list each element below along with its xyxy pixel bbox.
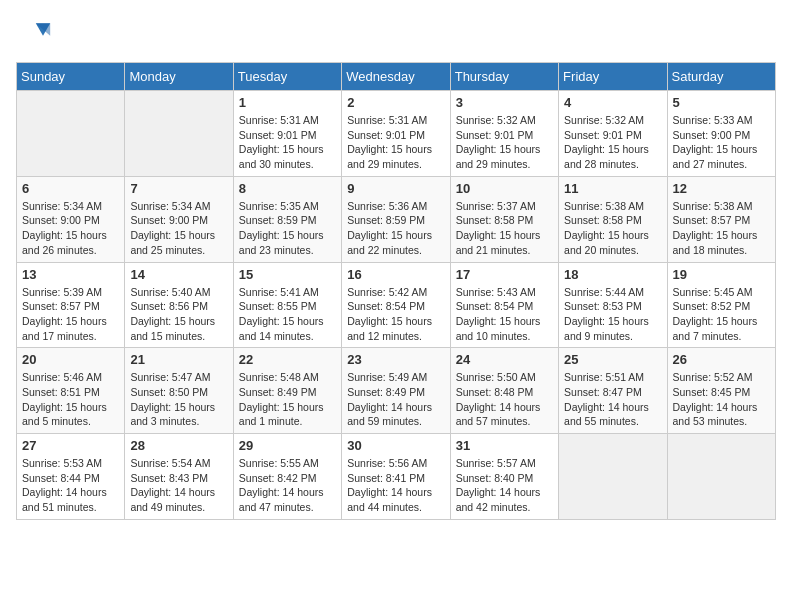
day-number: 17 — [456, 267, 553, 282]
calendar-cell: 7Sunrise: 5:34 AM Sunset: 9:00 PM Daylig… — [125, 176, 233, 262]
calendar-table: SundayMondayTuesdayWednesdayThursdayFrid… — [16, 62, 776, 520]
day-number: 24 — [456, 352, 553, 367]
calendar-cell: 25Sunrise: 5:51 AM Sunset: 8:47 PM Dayli… — [559, 348, 667, 434]
calendar-cell — [667, 434, 775, 520]
day-info: Sunrise: 5:37 AM Sunset: 8:58 PM Dayligh… — [456, 199, 553, 258]
logo — [16, 16, 56, 52]
calendar-cell: 12Sunrise: 5:38 AM Sunset: 8:57 PM Dayli… — [667, 176, 775, 262]
day-info: Sunrise: 5:54 AM Sunset: 8:43 PM Dayligh… — [130, 456, 227, 515]
calendar-cell: 19Sunrise: 5:45 AM Sunset: 8:52 PM Dayli… — [667, 262, 775, 348]
calendar-week-row: 20Sunrise: 5:46 AM Sunset: 8:51 PM Dayli… — [17, 348, 776, 434]
calendar-cell: 16Sunrise: 5:42 AM Sunset: 8:54 PM Dayli… — [342, 262, 450, 348]
day-number: 19 — [673, 267, 770, 282]
calendar-cell: 11Sunrise: 5:38 AM Sunset: 8:58 PM Dayli… — [559, 176, 667, 262]
day-info: Sunrise: 5:47 AM Sunset: 8:50 PM Dayligh… — [130, 370, 227, 429]
day-number: 21 — [130, 352, 227, 367]
calendar-cell: 1Sunrise: 5:31 AM Sunset: 9:01 PM Daylig… — [233, 91, 341, 177]
calendar-cell: 22Sunrise: 5:48 AM Sunset: 8:49 PM Dayli… — [233, 348, 341, 434]
day-number: 1 — [239, 95, 336, 110]
day-info: Sunrise: 5:56 AM Sunset: 8:41 PM Dayligh… — [347, 456, 444, 515]
calendar-cell: 3Sunrise: 5:32 AM Sunset: 9:01 PM Daylig… — [450, 91, 558, 177]
day-info: Sunrise: 5:34 AM Sunset: 9:00 PM Dayligh… — [130, 199, 227, 258]
day-number: 3 — [456, 95, 553, 110]
calendar-day-header: Saturday — [667, 63, 775, 91]
day-info: Sunrise: 5:31 AM Sunset: 9:01 PM Dayligh… — [347, 113, 444, 172]
day-number: 26 — [673, 352, 770, 367]
calendar-cell — [17, 91, 125, 177]
day-info: Sunrise: 5:43 AM Sunset: 8:54 PM Dayligh… — [456, 285, 553, 344]
day-number: 31 — [456, 438, 553, 453]
day-number: 11 — [564, 181, 661, 196]
day-info: Sunrise: 5:53 AM Sunset: 8:44 PM Dayligh… — [22, 456, 119, 515]
calendar-day-header: Tuesday — [233, 63, 341, 91]
svg-rect-0 — [16, 16, 52, 52]
calendar-day-header: Thursday — [450, 63, 558, 91]
logo-icon — [16, 16, 52, 52]
day-info: Sunrise: 5:42 AM Sunset: 8:54 PM Dayligh… — [347, 285, 444, 344]
day-number: 14 — [130, 267, 227, 282]
calendar-week-row: 27Sunrise: 5:53 AM Sunset: 8:44 PM Dayli… — [17, 434, 776, 520]
calendar-cell: 18Sunrise: 5:44 AM Sunset: 8:53 PM Dayli… — [559, 262, 667, 348]
calendar-cell: 27Sunrise: 5:53 AM Sunset: 8:44 PM Dayli… — [17, 434, 125, 520]
day-info: Sunrise: 5:39 AM Sunset: 8:57 PM Dayligh… — [22, 285, 119, 344]
calendar-cell: 4Sunrise: 5:32 AM Sunset: 9:01 PM Daylig… — [559, 91, 667, 177]
calendar-day-header: Wednesday — [342, 63, 450, 91]
day-info: Sunrise: 5:52 AM Sunset: 8:45 PM Dayligh… — [673, 370, 770, 429]
day-info: Sunrise: 5:32 AM Sunset: 9:01 PM Dayligh… — [564, 113, 661, 172]
day-number: 8 — [239, 181, 336, 196]
calendar-week-row: 1Sunrise: 5:31 AM Sunset: 9:01 PM Daylig… — [17, 91, 776, 177]
day-info: Sunrise: 5:49 AM Sunset: 8:49 PM Dayligh… — [347, 370, 444, 429]
calendar-cell: 10Sunrise: 5:37 AM Sunset: 8:58 PM Dayli… — [450, 176, 558, 262]
day-number: 30 — [347, 438, 444, 453]
day-info: Sunrise: 5:33 AM Sunset: 9:00 PM Dayligh… — [673, 113, 770, 172]
calendar-header-row: SundayMondayTuesdayWednesdayThursdayFrid… — [17, 63, 776, 91]
day-number: 18 — [564, 267, 661, 282]
calendar-cell: 14Sunrise: 5:40 AM Sunset: 8:56 PM Dayli… — [125, 262, 233, 348]
calendar-cell: 30Sunrise: 5:56 AM Sunset: 8:41 PM Dayli… — [342, 434, 450, 520]
day-info: Sunrise: 5:57 AM Sunset: 8:40 PM Dayligh… — [456, 456, 553, 515]
calendar-cell: 28Sunrise: 5:54 AM Sunset: 8:43 PM Dayli… — [125, 434, 233, 520]
calendar-cell: 20Sunrise: 5:46 AM Sunset: 8:51 PM Dayli… — [17, 348, 125, 434]
day-number: 28 — [130, 438, 227, 453]
day-info: Sunrise: 5:35 AM Sunset: 8:59 PM Dayligh… — [239, 199, 336, 258]
calendar-cell: 29Sunrise: 5:55 AM Sunset: 8:42 PM Dayli… — [233, 434, 341, 520]
day-info: Sunrise: 5:31 AM Sunset: 9:01 PM Dayligh… — [239, 113, 336, 172]
day-info: Sunrise: 5:41 AM Sunset: 8:55 PM Dayligh… — [239, 285, 336, 344]
calendar-cell: 15Sunrise: 5:41 AM Sunset: 8:55 PM Dayli… — [233, 262, 341, 348]
calendar-day-header: Friday — [559, 63, 667, 91]
calendar-cell: 26Sunrise: 5:52 AM Sunset: 8:45 PM Dayli… — [667, 348, 775, 434]
day-number: 22 — [239, 352, 336, 367]
calendar-cell: 17Sunrise: 5:43 AM Sunset: 8:54 PM Dayli… — [450, 262, 558, 348]
calendar-day-header: Monday — [125, 63, 233, 91]
day-number: 13 — [22, 267, 119, 282]
calendar-cell: 31Sunrise: 5:57 AM Sunset: 8:40 PM Dayli… — [450, 434, 558, 520]
calendar-week-row: 13Sunrise: 5:39 AM Sunset: 8:57 PM Dayli… — [17, 262, 776, 348]
day-info: Sunrise: 5:34 AM Sunset: 9:00 PM Dayligh… — [22, 199, 119, 258]
day-number: 2 — [347, 95, 444, 110]
calendar-cell: 13Sunrise: 5:39 AM Sunset: 8:57 PM Dayli… — [17, 262, 125, 348]
calendar-cell — [559, 434, 667, 520]
calendar-cell — [125, 91, 233, 177]
calendar-cell: 21Sunrise: 5:47 AM Sunset: 8:50 PM Dayli… — [125, 348, 233, 434]
day-number: 10 — [456, 181, 553, 196]
day-number: 16 — [347, 267, 444, 282]
calendar-cell: 24Sunrise: 5:50 AM Sunset: 8:48 PM Dayli… — [450, 348, 558, 434]
day-info: Sunrise: 5:45 AM Sunset: 8:52 PM Dayligh… — [673, 285, 770, 344]
day-number: 27 — [22, 438, 119, 453]
calendar-cell: 23Sunrise: 5:49 AM Sunset: 8:49 PM Dayli… — [342, 348, 450, 434]
day-number: 12 — [673, 181, 770, 196]
day-info: Sunrise: 5:36 AM Sunset: 8:59 PM Dayligh… — [347, 199, 444, 258]
calendar-week-row: 6Sunrise: 5:34 AM Sunset: 9:00 PM Daylig… — [17, 176, 776, 262]
day-info: Sunrise: 5:38 AM Sunset: 8:57 PM Dayligh… — [673, 199, 770, 258]
day-number: 25 — [564, 352, 661, 367]
day-number: 5 — [673, 95, 770, 110]
day-number: 4 — [564, 95, 661, 110]
day-info: Sunrise: 5:50 AM Sunset: 8:48 PM Dayligh… — [456, 370, 553, 429]
day-info: Sunrise: 5:40 AM Sunset: 8:56 PM Dayligh… — [130, 285, 227, 344]
calendar-day-header: Sunday — [17, 63, 125, 91]
calendar-cell: 5Sunrise: 5:33 AM Sunset: 9:00 PM Daylig… — [667, 91, 775, 177]
day-number: 9 — [347, 181, 444, 196]
day-number: 15 — [239, 267, 336, 282]
day-number: 20 — [22, 352, 119, 367]
day-info: Sunrise: 5:38 AM Sunset: 8:58 PM Dayligh… — [564, 199, 661, 258]
